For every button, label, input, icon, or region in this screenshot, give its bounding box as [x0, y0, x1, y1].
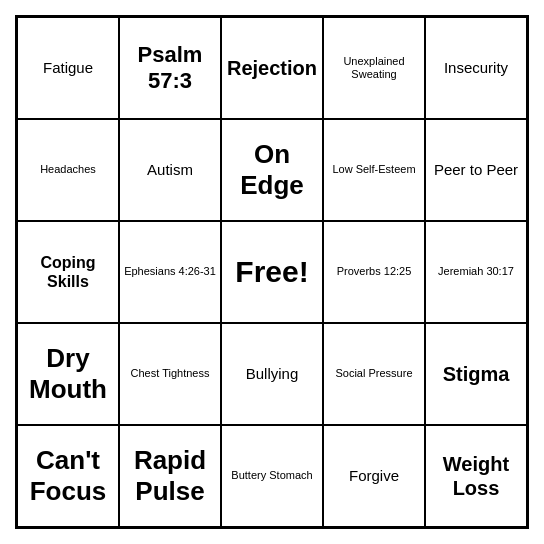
bingo-cell-r0c3: Unexplained Sweating [323, 17, 425, 119]
bingo-cell-r1c0: Headaches [17, 119, 119, 221]
bingo-cell-r2c2: Free! [221, 221, 323, 323]
bingo-cell-r0c0: Fatigue [17, 17, 119, 119]
bingo-cell-r0c2: Rejection [221, 17, 323, 119]
bingo-card: FatiguePsalm 57:3RejectionUnexplained Sw… [15, 15, 529, 529]
bingo-cell-r0c4: Insecurity [425, 17, 527, 119]
bingo-cell-r3c1: Chest Tightness [119, 323, 221, 425]
bingo-cell-r4c2: Buttery Stomach [221, 425, 323, 527]
bingo-cell-r1c1: Autism [119, 119, 221, 221]
bingo-cell-r4c0: Can't Focus [17, 425, 119, 527]
bingo-cell-r3c0: Dry Mouth [17, 323, 119, 425]
bingo-cell-r3c3: Social Pressure [323, 323, 425, 425]
bingo-cell-r4c1: Rapid Pulse [119, 425, 221, 527]
bingo-cell-r2c3: Proverbs 12:25 [323, 221, 425, 323]
bingo-cell-r2c1: Ephesians 4:26-31 [119, 221, 221, 323]
bingo-cell-r0c1: Psalm 57:3 [119, 17, 221, 119]
bingo-cell-r1c3: Low Self-Esteem [323, 119, 425, 221]
bingo-cell-r4c4: Weight Loss [425, 425, 527, 527]
bingo-cell-r1c2: On Edge [221, 119, 323, 221]
bingo-cell-r2c0: Coping Skills [17, 221, 119, 323]
bingo-cell-r1c4: Peer to Peer [425, 119, 527, 221]
bingo-cell-r3c4: Stigma [425, 323, 527, 425]
bingo-cell-r4c3: Forgive [323, 425, 425, 527]
bingo-cell-r2c4: Jeremiah 30:17 [425, 221, 527, 323]
bingo-cell-r3c2: Bullying [221, 323, 323, 425]
